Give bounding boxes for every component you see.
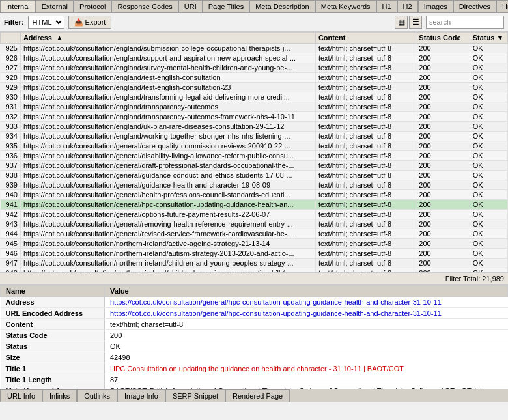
table-row[interactable]: 932 https://cot.co.uk/consultation/engla…	[1, 112, 508, 122]
nav-tab-h2[interactable]: H2	[397, 0, 418, 12]
bottom-tab-serp-snippet[interactable]: SERP Snippet	[165, 389, 225, 402]
nav-tab-hreflang[interactable]: Hreflang	[496, 0, 508, 12]
nav-tab-response-codes[interactable]: Response Codes	[111, 0, 178, 12]
detail-name: URL Encoded Address	[1, 308, 105, 319]
row-num: 935	[1, 141, 21, 151]
detail-value: 87	[105, 374, 508, 385]
detail-value: 200	[105, 330, 508, 341]
row-num: 945	[1, 239, 21, 249]
nav-tab-directives[interactable]: Directives	[453, 0, 496, 12]
nav-tab-images[interactable]: Images	[418, 0, 453, 12]
bottom-tab-inlinks[interactable]: Inlinks	[42, 389, 77, 402]
table-row[interactable]: 935 https://cot.co.uk/consultation/gener…	[1, 141, 508, 151]
nav-tab-meta-description[interactable]: Meta Description	[249, 0, 315, 12]
bottom-tab-outlinks[interactable]: Outlinks	[77, 389, 117, 402]
table-row[interactable]: 947 https://cot.co.uk/consultation/north…	[1, 259, 508, 268]
row-content: text/html; charset=utf-8	[315, 200, 416, 210]
nav-tab-external[interactable]: External	[36, 0, 74, 12]
nav-tab-uri[interactable]: URI	[178, 0, 203, 12]
col-header-num[interactable]	[1, 33, 21, 44]
row-status: OK	[470, 53, 507, 63]
row-content: text/html; charset=utf-8	[315, 92, 416, 102]
row-num: 939	[1, 180, 21, 190]
nav-tab-meta-keywords[interactable]: Meta Keywords	[315, 0, 376, 12]
table-row[interactable]: 925 https://cot.co.uk/consultation/engla…	[1, 44, 508, 53]
list-view-icon[interactable]: ☰	[409, 16, 422, 29]
detail-value: https://cot.co.uk/consultation/general/h…	[105, 308, 508, 319]
table-row[interactable]: 942 https://cot.co.uk/consultation/gener…	[1, 210, 508, 219]
row-status: OK	[470, 249, 507, 259]
row-status: OK	[470, 239, 507, 249]
detail-row: Status Code200	[1, 330, 508, 341]
row-content: text/html; charset=utf-8	[315, 219, 416, 229]
row-status-code: 200	[416, 83, 470, 92]
row-status: OK	[470, 112, 507, 122]
table-row[interactable]: 931 https://cot.co.uk/consultation/engla…	[1, 102, 508, 112]
filter-select[interactable]: HTML	[28, 16, 64, 29]
col-header-status[interactable]: Status ▼	[470, 33, 507, 44]
nav-tab-internal[interactable]: Internal	[0, 0, 36, 12]
table-row[interactable]: 934 https://cot.co.uk/consultation/engla…	[1, 132, 508, 141]
detail-table: Name Value Addresshttps://cot.co.uk/cons…	[0, 285, 508, 389]
row-address: https://cot.co.uk/consultation/general/r…	[20, 219, 315, 229]
table-row[interactable]: 939 https://cot.co.uk/consultation/gener…	[1, 180, 508, 190]
col-header-address[interactable]: Address ▲	[20, 33, 315, 44]
row-status-code: 200	[416, 259, 470, 268]
row-num: 946	[1, 249, 21, 259]
row-num: 947	[1, 259, 21, 268]
nav-tab-h1[interactable]: H1	[376, 0, 397, 12]
table-row[interactable]: 929 https://cot.co.uk/consultation/engla…	[1, 83, 508, 92]
nav-tab-page-titles[interactable]: Page Titles	[203, 0, 249, 12]
row-address: https://cot.co.uk/consultation/general/h…	[20, 190, 315, 200]
detail-name: Title 1	[1, 363, 105, 374]
search-input[interactable]	[426, 16, 504, 29]
export-button[interactable]: 📥 Export	[68, 16, 112, 29]
row-address: https://cot.co.uk/consultation/general/d…	[20, 161, 315, 171]
col-header-content[interactable]: Content	[315, 33, 416, 44]
row-status-code: 200	[416, 53, 470, 63]
row-num: 930	[1, 92, 21, 102]
table-row[interactable]: 937 https://cot.co.uk/consultation/gener…	[1, 161, 508, 171]
row-num: 941	[1, 200, 21, 210]
row-content: text/html; charset=utf-8	[315, 141, 416, 151]
table-row[interactable]: 930 https://cot.co.uk/consultation/engla…	[1, 92, 508, 102]
row-status: OK	[470, 44, 507, 53]
row-address: https://cot.co.uk/consultation/general/g…	[20, 171, 315, 180]
row-address: https://cot.co.uk/consultation/general/d…	[20, 151, 315, 161]
row-content: text/html; charset=utf-8	[315, 102, 416, 112]
col-header-status-code[interactable]: Status Code	[416, 33, 470, 44]
table-row[interactable]: 936 https://cot.co.uk/consultation/gener…	[1, 151, 508, 161]
row-status-code: 200	[416, 102, 470, 112]
bottom-tab-image-info[interactable]: Image Info	[117, 389, 165, 402]
detail-name: Size	[1, 352, 105, 363]
table-row[interactable]: 946 https://cot.co.uk/consultation/north…	[1, 249, 508, 259]
row-num: 943	[1, 219, 21, 229]
row-address: https://cot.co.uk/consultation/northern-…	[20, 268, 315, 273]
row-status: OK	[470, 268, 507, 273]
col-scroll-indicator: ▼	[496, 34, 503, 42]
row-address: https://cot.co.uk/consultation/england/t…	[20, 83, 315, 92]
table-row[interactable]: 945 https://cot.co.uk/consultation/north…	[1, 239, 508, 249]
row-content: text/html; charset=utf-8	[315, 151, 416, 161]
detail-panel: Name Value Addresshttps://cot.co.uk/cons…	[0, 285, 508, 389]
tree-view-icon[interactable]: ▦	[395, 16, 408, 29]
table-row[interactable]: 941 https://cot.co.uk/consultation/gener…	[1, 200, 508, 210]
table-row[interactable]: 927 https://cot.co.uk/consultation/engla…	[1, 63, 508, 73]
row-status-code: 200	[416, 161, 470, 171]
table-row[interactable]: 943 https://cot.co.uk/consultation/gener…	[1, 219, 508, 229]
table-row[interactable]: 938 https://cot.co.uk/consultation/gener…	[1, 171, 508, 180]
row-status: OK	[470, 190, 507, 200]
row-status-code: 200	[416, 141, 470, 151]
table-row[interactable]: 948 https://cot.co.uk/consultation/north…	[1, 268, 508, 273]
row-status-code: 200	[416, 151, 470, 161]
table-row[interactable]: 926 https://cot.co.uk/consultation/engla…	[1, 53, 508, 63]
row-num: 936	[1, 151, 21, 161]
bottom-tab-url-info[interactable]: URL Info	[0, 389, 42, 402]
table-row[interactable]: 933 https://cot.co.uk/consultation/engla…	[1, 122, 508, 132]
table-row[interactable]: 940 https://cot.co.uk/consultation/gener…	[1, 190, 508, 200]
table-row[interactable]: 944 https://cot.co.uk/consultation/gener…	[1, 229, 508, 239]
table-row[interactable]: 928 https://cot.co.uk/consultation/engla…	[1, 73, 508, 83]
nav-tab-protocol[interactable]: Protocol	[74, 0, 111, 12]
bottom-tab-rendered-page[interactable]: Rendered Page	[225, 389, 290, 402]
row-address: https://cot.co.uk/consultation/england/s…	[20, 44, 315, 53]
